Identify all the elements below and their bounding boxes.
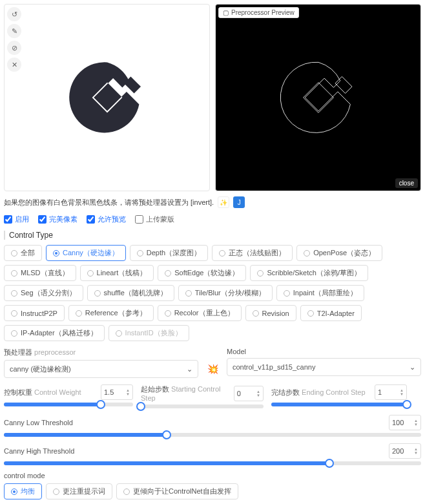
radio-label: Canny（硬边缘） xyxy=(63,248,119,258)
radio-label: InstructP2P xyxy=(21,310,57,317)
control-type-option[interactable]: Reference（参考） xyxy=(68,305,154,321)
erase-icon[interactable]: ⊘ xyxy=(7,41,21,55)
radio-label: Revision xyxy=(262,310,289,317)
control-type-option[interactable]: shuffle（随机洗牌） xyxy=(87,285,174,301)
control-type-option[interactable]: OpenPose（姿态） xyxy=(296,245,382,261)
radio-dot xyxy=(253,310,259,317)
preview-image-panel[interactable]: ▢ Preprocessor Preview close xyxy=(215,4,421,191)
radio-label: IP-Adapter（风格迁移） xyxy=(21,328,98,338)
control-mode-option[interactable]: 更倾向于让ControlNet自由发挥 xyxy=(116,483,238,499)
canny-low-slider: Canny Low Threshold 100▲▼ xyxy=(4,415,421,437)
canny-high-input[interactable]: 200▲▼ xyxy=(389,443,421,459)
weight-track[interactable] xyxy=(4,403,133,406)
control-mode-option[interactable]: 均衡 xyxy=(4,483,42,499)
radio-dot xyxy=(53,488,59,495)
model-field: Model control_v11p_sd15_canny⌄ xyxy=(227,348,421,378)
source-image-panel[interactable]: ↺ ✎ ⊘ ✕ xyxy=(4,4,210,191)
enable-checkbox[interactable]: 启用 xyxy=(4,215,29,224)
canny-low-input[interactable]: 100▲▼ xyxy=(389,415,421,430)
radio-label: 均衡 xyxy=(21,487,35,496)
tool-column: ↺ ✎ ⊘ ✕ xyxy=(7,7,21,72)
radio-dot xyxy=(284,290,290,297)
preprocessor-field: 预处理器 preprocessor canny (硬边缘检测)⌄ xyxy=(4,348,198,378)
radio-dot xyxy=(165,270,171,277)
control-type-option[interactable]: Inpaint（局部重绘） xyxy=(276,285,364,301)
close-icon[interactable]: ✕ xyxy=(7,58,21,72)
wand-icon[interactable]: ✨ xyxy=(218,196,229,208)
radio-label: 更倾向于让ControlNet自由发挥 xyxy=(133,487,231,496)
control-type-option[interactable]: Depth（深度图） xyxy=(130,245,208,261)
start-input[interactable]: 0▲▼ xyxy=(234,386,264,401)
control-type-option[interactable]: Lineart（线稿） xyxy=(80,265,154,281)
undo-icon[interactable]: ↺ xyxy=(7,7,21,21)
end-track[interactable] xyxy=(271,403,407,406)
edit-icon[interactable]: ✎ xyxy=(7,24,21,38)
preprocessor-model-row: 预处理器 preprocessor canny (硬边缘检测)⌄ 💥 Model… xyxy=(4,348,421,378)
control-type-option[interactable]: Seg（语义分割） xyxy=(4,285,83,301)
control-type-option[interactable]: Recolor（重上色） xyxy=(158,305,242,321)
radio-dot xyxy=(185,290,192,297)
canny-high-track[interactable] xyxy=(4,461,421,465)
image-icon: ▢ xyxy=(223,9,229,16)
end-input[interactable]: 1▲▼ xyxy=(375,384,407,400)
control-mode-section: control mode 均衡更注重提示词更倾向于让ControlNet自由发挥 xyxy=(4,472,421,499)
control-type-option[interactable]: IP-Adapter（风格迁移） xyxy=(4,325,105,341)
perfect-pixel-checkbox[interactable]: 完美像素 xyxy=(38,215,78,224)
radio-dot xyxy=(11,488,17,495)
control-type-option[interactable]: T2I-Adapter xyxy=(300,305,362,321)
radio-label: Inpaint（局部重绘） xyxy=(293,288,357,298)
hint-text: 如果您的图像有白色背景和黑色线条，请将预处理器设置为 [invert]. xyxy=(4,198,214,207)
radio-label: InstantID（换脸） xyxy=(125,328,182,338)
preprocessor-select[interactable]: canny (硬边缘检测)⌄ xyxy=(4,360,198,378)
start-track[interactable] xyxy=(141,404,264,408)
radio-dot xyxy=(123,488,130,495)
preview-tag: ▢ Preprocessor Preview xyxy=(218,7,299,18)
control-type-option[interactable]: Canny（硬边缘） xyxy=(46,245,126,261)
radio-label: Seg（语义分割） xyxy=(21,288,76,298)
control-type-option[interactable]: SoftEdge（软边缘） xyxy=(158,265,246,281)
control-type-option[interactable]: 全部 xyxy=(4,245,42,261)
radio-dot xyxy=(11,310,17,317)
allow-preview-checkbox[interactable]: 允许预览 xyxy=(87,215,126,224)
control-type-option[interactable]: 正态（法线贴图） xyxy=(212,245,293,261)
radio-dot xyxy=(11,270,17,277)
radio-label: T2I-Adapter xyxy=(317,310,355,317)
control-type-section: Control Type 全部Canny（硬边缘）Depth（深度图）正态（法线… xyxy=(4,231,421,341)
radio-label: 更注重提示词 xyxy=(63,487,105,496)
radio-dot xyxy=(116,330,122,337)
control-type-option[interactable]: Revision xyxy=(245,305,296,321)
radio-dot xyxy=(165,310,171,317)
radio-dot xyxy=(11,330,17,337)
control-type-option[interactable]: MLSD（直线） xyxy=(4,265,76,281)
json-icon[interactable]: J xyxy=(233,196,245,208)
radio-dot xyxy=(307,310,314,317)
radio-dot xyxy=(257,270,264,277)
radio-label: shuffle（随机洗牌） xyxy=(104,288,167,298)
control-type-option: InstantID（换脸） xyxy=(109,325,189,341)
control-type-title: Control Type xyxy=(4,231,421,240)
radio-label: Lineart（线稿） xyxy=(97,268,147,278)
control-mode-title: control mode xyxy=(4,472,421,479)
canny-low-track[interactable] xyxy=(4,433,421,437)
radio-dot xyxy=(87,270,94,277)
radio-dot xyxy=(76,310,82,317)
radio-dot xyxy=(94,290,101,297)
close-button[interactable]: close xyxy=(395,178,418,188)
control-type-option[interactable]: Tile/Blur（分块/模糊） xyxy=(178,285,273,301)
radio-label: MLSD（直线） xyxy=(21,268,69,278)
chevron-down-icon: ⌄ xyxy=(409,363,415,372)
upload-mask-checkbox[interactable]: 上传蒙版 xyxy=(135,215,174,224)
chevron-down-icon: ⌄ xyxy=(187,365,192,373)
model-select[interactable]: control_v11p_sd15_canny⌄ xyxy=(227,358,421,376)
radio-dot xyxy=(219,250,225,257)
radio-label: Tile/Blur（分块/模糊） xyxy=(195,288,265,298)
radio-dot xyxy=(11,290,17,297)
radio-dot xyxy=(11,250,17,257)
control-mode-option[interactable]: 更注重提示词 xyxy=(46,483,112,499)
weight-input[interactable]: 1.5▲▼ xyxy=(101,384,133,400)
explosion-icon[interactable]: 💥 xyxy=(205,360,220,378)
weight-slider: 控制权重 Control Weight 1.5▲▼ xyxy=(4,384,133,406)
control-type-option[interactable]: Scribble/Sketch（涂鸦/草图） xyxy=(250,265,368,281)
control-type-option[interactable]: InstructP2P xyxy=(4,305,65,321)
model-label: Model xyxy=(227,348,421,355)
